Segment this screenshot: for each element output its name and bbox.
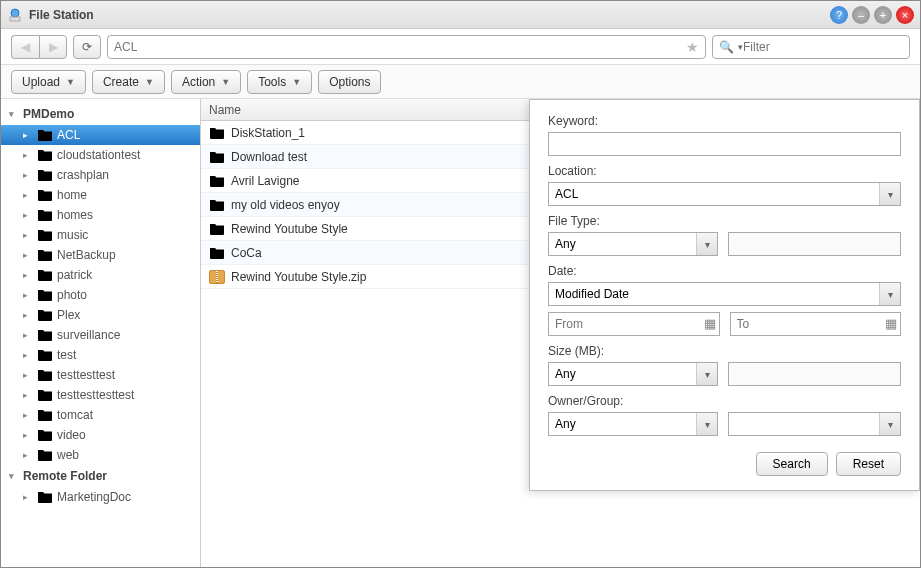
tree-item-tomcat[interactable]: ▸tomcat	[1, 405, 200, 425]
tree-item-label: patrick	[57, 268, 92, 282]
folder-icon	[209, 246, 225, 260]
file-station-window: File Station ? – + × ◀ ▶ ⟳ ★ 🔍▾ Upload▼ …	[0, 0, 921, 568]
file-name: DiskStation_1	[231, 126, 305, 140]
folder-icon	[37, 428, 53, 442]
maximize-button[interactable]: +	[874, 6, 892, 24]
path-input[interactable]	[114, 40, 686, 54]
folder-icon	[209, 150, 225, 164]
tree-item-label: Plex	[57, 308, 80, 322]
tree-item-netbackup[interactable]: ▸NetBackup	[1, 245, 200, 265]
folder-icon	[37, 248, 53, 262]
upload-button[interactable]: Upload▼	[11, 70, 86, 94]
toolbar: Upload▼ Create▼ Action▼ Tools▼ Options	[1, 65, 920, 99]
tree-item-label: music	[57, 228, 88, 242]
owner-select[interactable]	[548, 412, 718, 436]
window-title: File Station	[29, 8, 830, 22]
folder-icon	[37, 268, 53, 282]
size-extra-input[interactable]	[728, 362, 901, 386]
create-button[interactable]: Create▼	[92, 70, 165, 94]
tree-item-acl[interactable]: ▸ACL	[1, 125, 200, 145]
back-button[interactable]: ◀	[11, 35, 39, 59]
tree-item-label: home	[57, 188, 87, 202]
tree-item-plex[interactable]: ▸Plex	[1, 305, 200, 325]
file-name: Avril Lavigne	[231, 174, 299, 188]
tree-item-testtesttesttest[interactable]: ▸testtesttesttest	[1, 385, 200, 405]
tree-item-label: photo	[57, 288, 87, 302]
tree-item-label: test	[57, 348, 76, 362]
date-from-input[interactable]	[548, 312, 720, 336]
tree-item-test[interactable]: ▸test	[1, 345, 200, 365]
app-icon	[7, 7, 23, 23]
owner-label: Owner/Group:	[548, 394, 901, 408]
file-name: Rewind Youtube Style.zip	[231, 270, 366, 284]
tree-item-music[interactable]: ▸music	[1, 225, 200, 245]
filter-input[interactable]	[743, 40, 903, 54]
owner-extra-select[interactable]	[728, 412, 901, 436]
size-label: Size (MB):	[548, 344, 901, 358]
folder-icon	[37, 348, 53, 362]
folder-icon	[37, 328, 53, 342]
tree-item-photo[interactable]: ▸photo	[1, 285, 200, 305]
date-label: Date:	[548, 264, 901, 278]
tree-item-patrick[interactable]: ▸patrick	[1, 265, 200, 285]
search-icon: 🔍	[719, 40, 734, 54]
tree-item-label: surveillance	[57, 328, 120, 342]
zip-icon	[209, 270, 225, 284]
filetype-label: File Type:	[548, 214, 901, 228]
sidebar: ▾PMDemo▸ACL▸cloudstationtest▸crashplan▸h…	[1, 99, 201, 567]
folder-icon	[37, 490, 53, 504]
favorite-icon[interactable]: ★	[686, 39, 699, 55]
action-button[interactable]: Action▼	[171, 70, 241, 94]
refresh-button[interactable]: ⟳	[73, 35, 101, 59]
keyword-input[interactable]	[548, 132, 901, 156]
tree-root-pmdemo[interactable]: ▾PMDemo	[1, 103, 200, 125]
folder-icon	[37, 228, 53, 242]
tree-item-label: homes	[57, 208, 93, 222]
folder-icon	[37, 288, 53, 302]
minimize-button[interactable]: –	[852, 6, 870, 24]
tree-item-home[interactable]: ▸home	[1, 185, 200, 205]
tree-item-surveillance[interactable]: ▸surveillance	[1, 325, 200, 345]
folder-icon	[37, 308, 53, 322]
file-name: CoCa	[231, 246, 262, 260]
date-to-input[interactable]	[730, 312, 902, 336]
advanced-search-panel: Keyword: Location: File Type: Date: ▦ ▦ …	[529, 99, 920, 491]
folder-icon	[37, 188, 53, 202]
tree-item-video[interactable]: ▸video	[1, 425, 200, 445]
forward-button[interactable]: ▶	[39, 35, 67, 59]
tree-item-label: web	[57, 448, 79, 462]
tree-item-marketingdoc[interactable]: ▸MarketingDoc	[1, 487, 200, 507]
titlebar: File Station ? – + ×	[1, 1, 920, 29]
tree-item-crashplan[interactable]: ▸crashplan	[1, 165, 200, 185]
tree-item-web[interactable]: ▸web	[1, 445, 200, 465]
folder-icon	[209, 198, 225, 212]
svg-point-0	[11, 9, 19, 17]
size-select[interactable]	[548, 362, 718, 386]
svg-rect-1	[10, 17, 20, 21]
tree-item-label: testtesttesttest	[57, 388, 134, 402]
tools-button[interactable]: Tools▼	[247, 70, 312, 94]
tree-item-cloudstationtest[interactable]: ▸cloudstationtest	[1, 145, 200, 165]
date-type-select[interactable]	[548, 282, 901, 306]
close-button[interactable]: ×	[896, 6, 914, 24]
tree-item-homes[interactable]: ▸homes	[1, 205, 200, 225]
tree-root-remote[interactable]: ▾Remote Folder	[1, 465, 200, 487]
file-name: Download test	[231, 150, 307, 164]
tree-item-label: testtesttest	[57, 368, 115, 382]
reset-button[interactable]: Reset	[836, 452, 901, 476]
folder-icon	[37, 148, 53, 162]
filetype-extra-input[interactable]	[728, 232, 901, 256]
help-button[interactable]: ?	[830, 6, 848, 24]
folder-icon	[37, 448, 53, 462]
filter-box: 🔍▾	[712, 35, 910, 59]
location-select[interactable]	[548, 182, 901, 206]
options-button[interactable]: Options	[318, 70, 381, 94]
tree-item-testtesttest[interactable]: ▸testtesttest	[1, 365, 200, 385]
search-button[interactable]: Search	[756, 452, 828, 476]
tree-item-label: ACL	[57, 128, 80, 142]
folder-icon	[209, 174, 225, 188]
location-label: Location:	[548, 164, 901, 178]
folder-icon	[209, 222, 225, 236]
folder-icon	[37, 128, 53, 142]
filetype-select[interactable]	[548, 232, 718, 256]
